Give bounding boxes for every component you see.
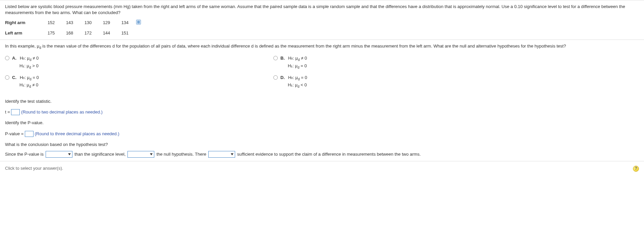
data-cell: 143 <box>60 20 79 26</box>
table-row-right: Right arm 152 143 130 129 134 <box>5 20 639 26</box>
option-c[interactable]: C. H₀: μd = 0 H₁: μd ≠ 0 <box>5 75 273 89</box>
data-cell: 130 <box>79 20 97 26</box>
option-h1: H₁: μd = 0 <box>288 63 307 70</box>
data-cell: 175 <box>42 30 60 36</box>
option-h0: H₀: μd ≠ 0 <box>288 55 307 62</box>
option-h0: H₀: μd = 0 <box>20 75 39 82</box>
option-label: A. <box>12 55 16 62</box>
chevron-down-icon <box>150 153 153 155</box>
p-input[interactable] <box>25 131 34 137</box>
conclusion-question: What is the conclusion based on the hypo… <box>5 142 639 148</box>
row-label-right: Right arm <box>5 20 42 26</box>
option-h1: H₁: μd ≠ 0 <box>19 82 39 89</box>
footer-instruction: Click to select your answer(s). <box>5 165 63 171</box>
text: In this example, <box>5 44 37 49</box>
option-h1: H₁: μd < 0 <box>288 82 307 89</box>
data-cell: 129 <box>97 20 116 26</box>
concl-text-3: the null hypothesis. There <box>156 151 206 157</box>
option-h0: H₀: μd ≠ 0 <box>20 55 39 62</box>
p-hint: (Round to three decimal places as needed… <box>35 131 119 136</box>
compare-select[interactable] <box>46 151 72 158</box>
row-label-left: Left arm <box>5 30 42 36</box>
chevron-down-icon <box>231 153 233 155</box>
data-cell: 152 <box>42 20 60 26</box>
data-cell: 168 <box>60 30 79 36</box>
identify-p-value: Identify the P-value. <box>5 120 639 126</box>
option-label: B. <box>280 55 285 62</box>
option-h1: H₁: μd > 0 <box>19 63 39 70</box>
data-cell: 144 <box>97 30 116 36</box>
radio-b[interactable] <box>273 56 278 60</box>
t-hint: (Round to two decimal places as needed.) <box>21 109 103 114</box>
data-cell: 172 <box>79 30 97 36</box>
data-table-icon[interactable] <box>136 20 141 24</box>
option-h0: H₀: μd = 0 <box>288 75 307 82</box>
data-cell: 134 <box>116 20 134 26</box>
option-b[interactable]: B. H₀: μd ≠ 0 H₁: μd = 0 <box>273 55 542 70</box>
chevron-down-icon <box>68 153 71 155</box>
reject-select[interactable] <box>127 151 154 158</box>
radio-a[interactable] <box>5 56 9 60</box>
t-input[interactable] <box>11 109 20 115</box>
concl-text-4: sufficient evidence to support the claim… <box>237 151 421 157</box>
option-label: D. <box>280 75 285 82</box>
sufficient-select[interactable] <box>208 151 235 158</box>
radio-c[interactable] <box>5 75 9 80</box>
radio-d[interactable] <box>273 75 278 80</box>
concl-text-1: Since the P-value is <box>5 151 44 157</box>
text: is the mean value of the differences d f… <box>41 44 566 49</box>
identify-test-statistic: Identify the test statistic. <box>5 98 639 104</box>
table-row-left: Left arm 175 168 172 144 151 <box>5 30 639 36</box>
option-label: C. <box>12 75 16 82</box>
option-a[interactable]: A. H₀: μd ≠ 0 H₁: μd > 0 <box>5 55 273 70</box>
t-prefix: t = <box>5 109 11 114</box>
option-d[interactable]: D. H₀: μd = 0 H₁: μd < 0 <box>273 75 542 89</box>
concl-text-2: than the significance level, <box>74 151 125 157</box>
data-cell: 151 <box>116 30 134 36</box>
help-icon[interactable]: ? <box>633 166 639 172</box>
hypothesis-question: In this example, μd is the mean value of… <box>5 43 639 50</box>
problem-intro: Listed below are systolic blood pressure… <box>5 4 639 16</box>
p-prefix: P-value = <box>5 131 25 136</box>
